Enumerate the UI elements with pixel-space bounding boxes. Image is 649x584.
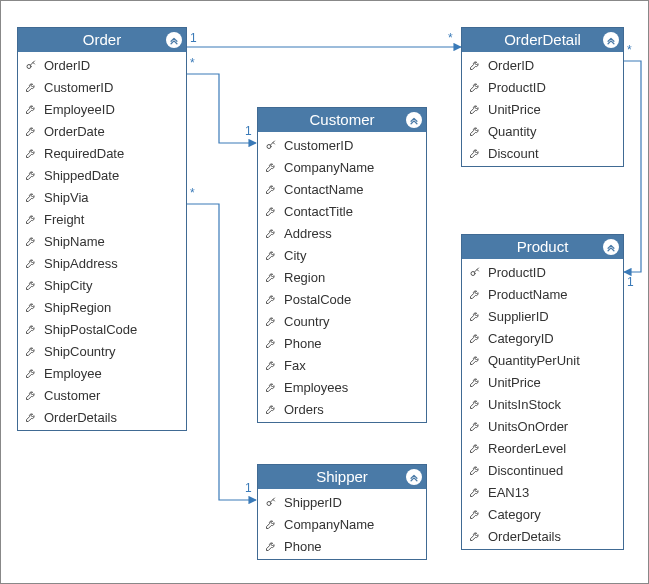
attribute-label: UnitsOnOrder bbox=[488, 419, 568, 434]
attribute-row[interactable]: Fax bbox=[258, 354, 426, 376]
attribute-row[interactable]: OrderID bbox=[462, 54, 623, 76]
multiplicity-label: 1 bbox=[190, 31, 197, 45]
attribute-row[interactable]: QuantityPerUnit bbox=[462, 349, 623, 371]
attribute-row[interactable]: ShipCity bbox=[18, 274, 186, 296]
attribute-row[interactable]: Customer bbox=[18, 384, 186, 406]
attribute-row[interactable]: UnitPrice bbox=[462, 98, 623, 120]
attribute-row[interactable]: CustomerID bbox=[18, 76, 186, 98]
attribute-row[interactable]: Region bbox=[258, 266, 426, 288]
attribute-label: OrderDetails bbox=[44, 410, 117, 425]
attribute-row[interactable]: ShipAddress bbox=[18, 252, 186, 274]
entity-product[interactable]: ProductProductIDProductNameSupplierIDCat… bbox=[461, 234, 624, 550]
attribute-label: PostalCode bbox=[284, 292, 351, 307]
attribute-row[interactable]: ShipName bbox=[18, 230, 186, 252]
entity-header[interactable]: Order bbox=[18, 28, 186, 52]
attribute-row[interactable]: ProductID bbox=[462, 261, 623, 283]
attribute-row[interactable]: UnitsInStock bbox=[462, 393, 623, 415]
wrench-icon bbox=[468, 508, 482, 520]
attribute-row[interactable]: Phone bbox=[258, 332, 426, 354]
attribute-row[interactable]: ContactName bbox=[258, 178, 426, 200]
attribute-row[interactable]: Employee bbox=[18, 362, 186, 384]
wrench-icon bbox=[264, 293, 278, 305]
collapse-button[interactable] bbox=[603, 32, 619, 48]
entity-title: OrderDetail bbox=[504, 31, 581, 48]
attribute-row[interactable]: CategoryID bbox=[462, 327, 623, 349]
attribute-row[interactable]: ProductName bbox=[462, 283, 623, 305]
attribute-row[interactable]: Phone bbox=[258, 535, 426, 557]
attribute-row[interactable]: Discount bbox=[462, 142, 623, 164]
wrench-icon bbox=[468, 147, 482, 159]
attribute-row[interactable]: RequiredDate bbox=[18, 142, 186, 164]
wrench-icon bbox=[24, 213, 38, 225]
wrench-icon bbox=[264, 271, 278, 283]
chevron-up-icon bbox=[169, 35, 179, 45]
attribute-row[interactable]: Address bbox=[258, 222, 426, 244]
attribute-row[interactable]: OrderDetails bbox=[18, 406, 186, 428]
attribute-row[interactable]: CompanyName bbox=[258, 156, 426, 178]
wrench-icon bbox=[264, 359, 278, 371]
entity-header[interactable]: Customer bbox=[258, 108, 426, 132]
attribute-row[interactable]: ContactTitle bbox=[258, 200, 426, 222]
wrench-icon bbox=[264, 183, 278, 195]
attribute-row[interactable]: UnitsOnOrder bbox=[462, 415, 623, 437]
wrench-icon bbox=[264, 227, 278, 239]
attribute-row[interactable]: ReorderLevel bbox=[462, 437, 623, 459]
wrench-icon bbox=[468, 310, 482, 322]
chevron-up-icon bbox=[606, 242, 616, 252]
entity-orderdetail[interactable]: OrderDetailOrderIDProductIDUnitPriceQuan… bbox=[461, 27, 624, 167]
attribute-label: OrderDate bbox=[44, 124, 105, 139]
attribute-row[interactable]: Country bbox=[258, 310, 426, 332]
chevron-up-icon bbox=[606, 35, 616, 45]
attribute-row[interactable]: CustomerID bbox=[258, 134, 426, 156]
attribute-row[interactable]: SupplierID bbox=[462, 305, 623, 327]
attribute-row[interactable]: Category bbox=[462, 503, 623, 525]
attribute-label: ShipName bbox=[44, 234, 105, 249]
attribute-row[interactable]: ShipCountry bbox=[18, 340, 186, 362]
attribute-row[interactable]: Employees bbox=[258, 376, 426, 398]
attribute-row[interactable]: Orders bbox=[258, 398, 426, 420]
attribute-row[interactable]: OrderDetails bbox=[462, 525, 623, 547]
attribute-row[interactable]: ShipPostalCode bbox=[18, 318, 186, 340]
attribute-row[interactable]: ProductID bbox=[462, 76, 623, 98]
wrench-icon bbox=[264, 249, 278, 261]
attribute-row[interactable]: Freight bbox=[18, 208, 186, 230]
attribute-row[interactable]: OrderDate bbox=[18, 120, 186, 142]
diagram-canvas: 1 * * 1 * 1 * 1 OrderOrderIDCustomerIDEm… bbox=[0, 0, 649, 584]
entity-header[interactable]: Product bbox=[462, 235, 623, 259]
collapse-button[interactable] bbox=[603, 239, 619, 255]
attribute-row[interactable]: OrderID bbox=[18, 54, 186, 76]
wrench-icon bbox=[24, 301, 38, 313]
wrench-icon bbox=[24, 323, 38, 335]
entity-title: Order bbox=[83, 31, 121, 48]
attribute-row[interactable]: ShipVia bbox=[18, 186, 186, 208]
attribute-row[interactable]: UnitPrice bbox=[462, 371, 623, 393]
attribute-row[interactable]: Quantity bbox=[462, 120, 623, 142]
attribute-label: ShipperID bbox=[284, 495, 342, 510]
collapse-button[interactable] bbox=[406, 469, 422, 485]
wrench-icon bbox=[468, 81, 482, 93]
wrench-icon bbox=[264, 161, 278, 173]
attribute-row[interactable]: PostalCode bbox=[258, 288, 426, 310]
attribute-row[interactable]: City bbox=[258, 244, 426, 266]
attribute-label: City bbox=[284, 248, 306, 263]
attribute-row[interactable]: Discontinued bbox=[462, 459, 623, 481]
attribute-row[interactable]: ShipperID bbox=[258, 491, 426, 513]
entity-header[interactable]: OrderDetail bbox=[462, 28, 623, 52]
attribute-label: Customer bbox=[44, 388, 100, 403]
collapse-button[interactable] bbox=[406, 112, 422, 128]
entity-customer[interactable]: CustomerCustomerIDCompanyNameContactName… bbox=[257, 107, 427, 423]
wrench-icon bbox=[24, 345, 38, 357]
entity-order[interactable]: OrderOrderIDCustomerIDEmployeeIDOrderDat… bbox=[17, 27, 187, 431]
attribute-row[interactable]: ShipRegion bbox=[18, 296, 186, 318]
entity-header[interactable]: Shipper bbox=[258, 465, 426, 489]
attribute-row[interactable]: ShippedDate bbox=[18, 164, 186, 186]
attribute-label: Freight bbox=[44, 212, 84, 227]
attribute-row[interactable]: EAN13 bbox=[462, 481, 623, 503]
collapse-button[interactable] bbox=[166, 32, 182, 48]
attribute-row[interactable]: EmployeeID bbox=[18, 98, 186, 120]
attribute-row[interactable]: CompanyName bbox=[258, 513, 426, 535]
multiplicity-label: * bbox=[448, 31, 453, 45]
entity-shipper[interactable]: ShipperShipperIDCompanyNamePhone bbox=[257, 464, 427, 560]
attribute-label: ShipVia bbox=[44, 190, 89, 205]
wrench-icon bbox=[468, 398, 482, 410]
